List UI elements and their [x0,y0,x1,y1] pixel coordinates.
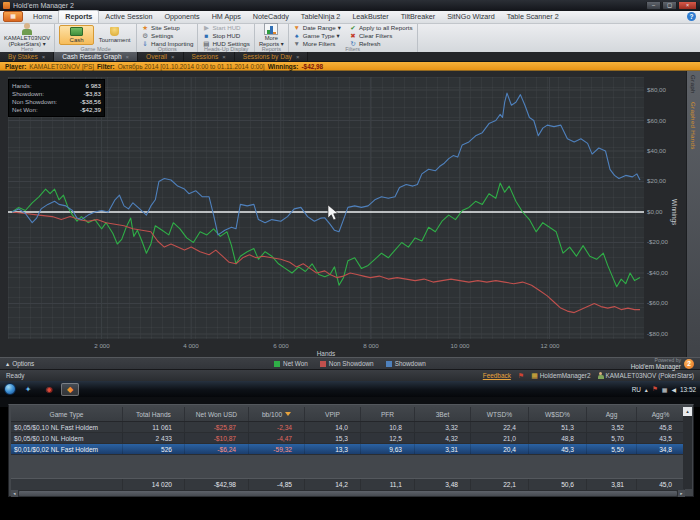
close-icon[interactable]: × [171,54,175,60]
close-icon[interactable]: × [126,54,130,60]
vertical-scrollbar[interactable]: ▴ [683,407,692,489]
x-tick: 12 000 [530,342,570,349]
scrollbar-thumb[interactable] [19,491,677,496]
tab-table-scanner[interactable]: Table Scanner 2 [501,11,565,23]
sort-desc-icon [285,412,291,416]
tab-tiltbreaker[interactable]: TiltBreaker [395,11,441,23]
ribbon-group-game-mode: Cash Tournament Game Mode [55,24,137,52]
clear-icon: ✖ [349,32,357,39]
options-button[interactable]: ▴Options [6,360,34,368]
y-tick: -$60,00 [647,299,683,306]
col-net-won[interactable]: Net Won USD [185,407,249,421]
close-button[interactable]: × [678,2,697,10]
tab-leakbuster[interactable]: LeakBuster [346,11,394,23]
col-total-hands[interactable]: Total Hands [123,407,185,421]
col-bb100[interactable]: bb/100 [249,407,305,421]
taskbar-app-2[interactable]: ◉ [40,383,58,396]
start-button[interactable] [4,383,16,395]
graph-tooltip: Hands:6 983 Showdown:-$3,83 Non Showdown… [8,79,105,117]
doc-tab-cash-results-graph[interactable]: Cash Results Graph× [54,52,138,61]
table-row[interactable]: $0,05/$0,10 NL Fast Holdem 11 061 -$25,8… [11,422,685,433]
tab-reports[interactable]: Reports [58,10,99,23]
scroll-left-icon[interactable]: ◂ [11,490,18,497]
feedback-link[interactable]: Feedback [483,372,511,379]
hero-avatar-icon [20,23,34,35]
help-icon[interactable]: ? [687,12,696,21]
start-hud-button[interactable]: ▶Start HUD [202,24,249,31]
doc-tab-sessions[interactable]: Sessions× [184,52,235,61]
report-table-window: Game Type Total Hands Net Won USD bb/100… [8,404,694,497]
side-tab-graphed-hands[interactable]: Graphed Hands [690,102,697,150]
table-row[interactable]: $0,05/$0,10 NL Holdem 2 433 -$10,87 -4,4… [11,433,685,444]
table-header-row: Game Type Total Hands Net Won USD bb/100… [11,407,685,422]
stop-hud-button[interactable]: ■Stop HUD [202,32,249,39]
doc-tab-by-stakes[interactable]: By Stakes× [0,52,54,61]
y-tick: -$80,00 [647,330,683,337]
settings-button[interactable]: ⚙Settings [141,32,193,39]
chevron-down-icon: ▾ [338,24,341,31]
app-menu-button[interactable]: ▦ [3,11,23,22]
horizontal-scrollbar[interactable]: ◂ ▸ [11,490,685,497]
tab-tableninja[interactable]: TableNinja 2 [295,11,347,23]
legend-non-showdown[interactable]: Non Showdown [320,360,374,367]
site-setup-button[interactable]: ★Site Setup [141,24,193,31]
tab-notecaddy[interactable]: NoteCaddy [247,11,295,23]
action-center-flag-icon[interactable]: ⚑ [652,385,658,393]
app-status-item[interactable]: ▦HoldemManager2 [531,372,590,380]
y-tick: $20,00 [647,177,683,184]
col-aggpct[interactable]: Agg% [637,407,685,421]
volume-icon[interactable]: ◀ [671,386,676,393]
apply-all-reports-button[interactable]: ✔Apply to all Reports [349,24,413,31]
legend-net-won[interactable]: Net Won [274,360,308,367]
tab-sitngo-wizard[interactable]: SitNGo Wizard [441,11,501,23]
scroll-up-icon[interactable]: ▴ [683,407,692,416]
date-range-button[interactable]: ▼Date Range▾ [293,24,341,31]
minimize-button[interactable]: – [646,2,661,10]
tab-opponents[interactable]: Opponents [159,11,206,23]
legend-showdown[interactable]: Showdown [386,360,426,367]
more-reports-button[interactable]: More Reports ▾ [259,23,284,48]
status-text: Ready [6,372,24,379]
x-tick: 8 000 [351,342,391,349]
app-icon [3,2,10,9]
funnel-icon: ▼ [293,24,301,31]
language-indicator[interactable]: RU [632,386,641,393]
taskbar-app-hm2[interactable]: ◆ [61,383,79,396]
system-tray: RU ▴ ⚑ ▦ ◀ 13:52 [632,385,696,393]
col-wsd[interactable]: W$SD% [529,407,587,421]
col-vpip[interactable]: VPIP [305,407,361,421]
maximize-button[interactable]: ▢ [662,2,677,10]
tournament-button[interactable]: Tournament [97,26,132,44]
doc-tab-sessions-by-day[interactable]: Sessions by Day× [235,52,309,61]
close-icon[interactable]: × [222,54,226,60]
user-status-item[interactable]: KAMALET03NOV (PokerStars) [598,372,694,379]
tab-hm-apps[interactable]: HM Apps [206,11,247,23]
taskbar-app-1[interactable]: ✦ [19,383,37,396]
clear-filters-button[interactable]: ✖Clear Filters [349,32,413,39]
clock[interactable]: 13:52 [680,386,696,393]
window-title: Hold'em Manager 2 [13,2,645,9]
hidden-icons-arrow-icon[interactable]: ▴ [645,386,648,393]
close-icon[interactable]: × [296,54,300,60]
col-pfr[interactable]: PFR [361,407,415,421]
y-tick: $80,00 [647,86,683,93]
cash-button[interactable]: Cash [59,25,94,45]
network-icon[interactable]: ▦ [662,386,668,393]
side-tab-graph[interactable]: Graph [690,75,697,94]
hero-button[interactable]: KAMALET03NOV (PokerStars) ▾ [4,23,50,48]
table-row-selected[interactable]: $0,01/$0,02 NL Fast Holdem 526 -$6,24 -5… [11,444,685,455]
powered-by: Powered by Hold'em Manager 2 [631,358,694,369]
col-3bet[interactable]: 3Bet [415,407,471,421]
tab-active-session[interactable]: Active Session [99,11,158,23]
doc-tab-overall[interactable]: Overall× [138,52,183,61]
y-tick: -$40,00 [647,269,683,276]
stop-icon: ■ [202,32,210,39]
col-wtsd[interactable]: WTSD% [471,407,529,421]
col-game-type[interactable]: Game Type [11,407,123,421]
game-type-button[interactable]: ♠Game Type▾ [293,32,341,39]
scroll-right-icon[interactable]: ▸ [678,490,685,497]
tab-home[interactable]: Home [27,11,58,23]
col-agg[interactable]: Agg [587,407,637,421]
close-icon[interactable]: × [42,54,46,60]
ribbon: KAMALET03NOV (PokerStars) ▾ Hero Cash To… [0,24,700,52]
